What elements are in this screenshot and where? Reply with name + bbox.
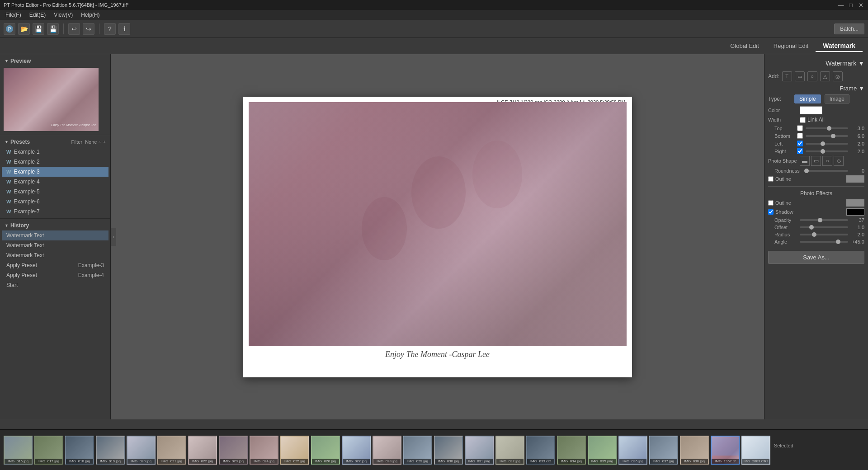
right-row: Right 2.0	[768, 148, 864, 154]
filmstrip-thumb-11[interactable]: IMG_026.jpg	[311, 436, 340, 465]
shape-rect-icon[interactable]: ▬	[800, 156, 810, 166]
toolbar-save[interactable]: 💾	[33, 23, 44, 35]
save-as-button[interactable]: Save As...	[768, 251, 864, 264]
filmstrip-thumb-10[interactable]: IMG_025.jpg	[280, 436, 309, 465]
toolbar-undo[interactable]: ↩	[68, 23, 80, 35]
watermark-dropdown-arrow[interactable]: ▼	[858, 60, 864, 67]
filmstrip-thumb-20[interactable]: IMG_035.png	[588, 436, 617, 465]
toolbar-save-as[interactable]: 💾	[47, 23, 59, 35]
presets-section: Presets Filter: None ÷ + WExample-1 WExa…	[0, 135, 110, 218]
preset-item-1[interactable]: WExample-1	[2, 147, 108, 157]
right-checkbox[interactable]	[797, 148, 803, 154]
shape-diamond-icon[interactable]: ◇	[834, 156, 844, 166]
filmstrip-thumb-2[interactable]: IMG_017.jpg	[34, 436, 63, 465]
filmstrip-thumb-7[interactable]: IMG_022.jpg	[188, 436, 217, 465]
type-simple-button[interactable]: Simple	[794, 94, 821, 103]
add-text-icon[interactable]: T	[782, 71, 792, 81]
filmstrip-thumb-1[interactable]: IMG_016.jpg	[4, 436, 33, 465]
tab-watermark[interactable]: Watermark	[816, 40, 863, 52]
angle-slider[interactable]	[800, 241, 848, 243]
shadow-color[interactable]	[846, 208, 864, 216]
toolbar-help[interactable]: ?	[104, 23, 116, 35]
left-panel-collapse[interactable]: ‹	[111, 228, 116, 246]
maximize-button[interactable]: □	[847, 1, 854, 9]
filmstrip-thumb-current[interactable]: IMG_1967.tif	[711, 436, 740, 465]
menu-edit[interactable]: Edit(E)	[26, 11, 50, 19]
shape-round-rect-icon[interactable]: ▭	[811, 156, 821, 166]
add-rect-icon[interactable]: ▭	[795, 71, 805, 81]
preset-item-5[interactable]: WExample-5	[2, 187, 108, 197]
history-item-3[interactable]: Watermark Text	[2, 250, 108, 260]
bottom-slider[interactable]	[806, 135, 848, 137]
filmstrip-thumb-16[interactable]: IMG_031.png	[465, 436, 494, 465]
frame-label[interactable]: Frame ▼	[840, 85, 864, 92]
filmstrip-thumb-13[interactable]: IMG_028.jpg	[373, 436, 401, 465]
shape-circle-icon[interactable]: ○	[822, 156, 832, 166]
effects-outline-color[interactable]	[846, 199, 864, 207]
outline-checkbox[interactable]	[768, 176, 774, 182]
history-header[interactable]: History	[2, 221, 108, 230]
preset-item-4[interactable]: WExample-4	[2, 177, 108, 187]
filmstrip-thumb-14[interactable]: IMG_029.jpg	[403, 436, 432, 465]
toolbar-open[interactable]: 📂	[18, 23, 30, 35]
filmstrip-thumb-17[interactable]: IMG_032.jpg	[495, 436, 524, 465]
filmstrip-thumb-19[interactable]: IMG_034.jpg	[557, 436, 586, 465]
filmstrip-thumb-9[interactable]: IMG_024.jpg	[250, 436, 278, 465]
preset-item-7[interactable]: WExample-7	[2, 207, 108, 216]
filmstrip-thumb-3[interactable]: IMG_018.jpg	[65, 436, 94, 465]
radius-slider[interactable]	[800, 234, 848, 235]
opacity-slider[interactable]	[800, 219, 848, 221]
add-ring-icon[interactable]: ◎	[833, 71, 843, 81]
bottom-checkbox[interactable]	[797, 133, 803, 139]
roundness-slider[interactable]	[804, 170, 848, 172]
presets-header-toggle[interactable]: Presets	[5, 139, 30, 145]
top-slider[interactable]	[806, 127, 848, 129]
filmstrip-thumb-23[interactable]: IMG_038.jpg	[680, 436, 709, 465]
filmstrip-thumb-25[interactable]: IMG_2883.CR2	[741, 436, 770, 465]
add-preset-button[interactable]: +	[103, 139, 106, 145]
filter-label[interactable]: Filter: None ÷	[71, 139, 101, 145]
filmstrip-thumb-12[interactable]: IMG_027.jpg	[342, 436, 371, 465]
top-checkbox[interactable]	[797, 125, 803, 131]
history-item-6[interactable]: Start	[2, 280, 108, 290]
history-item-2[interactable]: Watermark Text	[2, 240, 108, 250]
shadow-checkbox[interactable]	[768, 209, 774, 215]
add-circle-icon[interactable]: ○	[807, 71, 817, 81]
close-button[interactable]: ✕	[857, 1, 864, 9]
filmstrip-thumb-5[interactable]: IMG_020.jpg	[127, 436, 156, 465]
menu-help[interactable]: Help(H)	[77, 11, 103, 19]
preview-header[interactable]: Preview	[2, 56, 108, 66]
batch-button[interactable]: Batch...	[834, 24, 864, 34]
filmstrip-thumb-15[interactable]: IMG_030.jpg	[434, 436, 463, 465]
left-checkbox[interactable]	[797, 141, 803, 146]
filmstrip-thumb-21[interactable]: IMG_036.jpg	[618, 436, 647, 465]
color-picker[interactable]	[800, 106, 822, 114]
menu-file[interactable]: File(F)	[2, 11, 25, 19]
preset-item-3[interactable]: WExample-3	[2, 167, 108, 177]
tab-global-edit[interactable]: Global Edit	[723, 41, 766, 51]
offset-slider[interactable]	[800, 226, 848, 228]
menu-view[interactable]: View(V)	[50, 11, 76, 19]
filmstrip-thumb-22[interactable]: IMG_037.jpg	[649, 436, 678, 465]
right-slider[interactable]	[806, 150, 848, 152]
filmstrip-thumb-8[interactable]: IMG_023.jpg	[219, 436, 248, 465]
tab-regional-edit[interactable]: Regional Edit	[766, 41, 816, 51]
toolbar-redo[interactable]: ↪	[83, 23, 94, 35]
preset-item-2[interactable]: WExample-2	[2, 157, 108, 167]
history-item-5[interactable]: Apply Preset Example-4	[2, 270, 108, 280]
history-item-1[interactable]: Watermark Text	[2, 230, 108, 240]
filmstrip-thumb-4[interactable]: IMG_019.jpg	[96, 436, 125, 465]
link-all-checkbox[interactable]	[800, 117, 806, 123]
preset-item-6[interactable]: WExample-6	[2, 197, 108, 207]
add-triangle-icon[interactable]: △	[820, 71, 830, 81]
minimize-button[interactable]: —	[837, 1, 844, 9]
filmstrip-thumb-6[interactable]: IMG_021.jpg	[157, 436, 186, 465]
history-item-4[interactable]: Apply Preset Example-3	[2, 260, 108, 270]
filmstrip-thumb-18[interactable]: IMG_033.cr2	[526, 436, 555, 465]
left-slider[interactable]	[806, 143, 848, 145]
outline-color[interactable]	[846, 175, 864, 183]
effects-outline-checkbox[interactable]	[768, 200, 774, 206]
type-image-button[interactable]: Image	[825, 94, 849, 103]
selected-indicator: Selected	[774, 443, 793, 457]
toolbar-info[interactable]: ℹ	[118, 23, 130, 35]
